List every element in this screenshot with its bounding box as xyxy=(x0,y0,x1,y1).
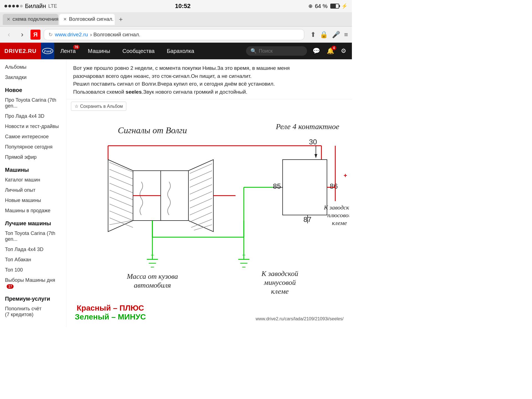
star-icon: ☆ xyxy=(75,104,78,109)
main-nav: DRIVE2.RU Ford Лента 76 Машины Сообществ… xyxy=(0,43,352,59)
label-85: 85 xyxy=(273,182,281,190)
diagram-footer: Красный – ПЛЮС Зеленый – МИНУС www.drive… xyxy=(66,301,352,327)
tab-schema-label: схема подключения в... xyxy=(12,16,58,22)
url-domain: www.drive2.ru xyxy=(55,32,88,38)
settings-icon[interactable]: ⚙ xyxy=(338,45,349,57)
legend-red-text: Красный – ПЛЮС xyxy=(75,304,146,313)
sidebar-item-top100[interactable]: Топ 100 xyxy=(0,265,66,275)
notifications-icon[interactable]: 🔔 4 xyxy=(324,45,337,57)
svg-text:–: – xyxy=(151,252,154,258)
url-bar: ‹ › Я ↻ www.drive2.ru › Волговский сигна… xyxy=(0,27,352,43)
nav-link-soobshchestva[interactable]: Сообщества xyxy=(116,43,161,59)
save-album-area: ☆ Сохранить в Альбом xyxy=(66,99,352,115)
sidebar-item-vybory[interactable]: Выборы Машины дня 17 xyxy=(0,275,66,291)
status-left: Билайн LTE xyxy=(4,2,57,10)
sidebar-section-mashiny: Машины xyxy=(0,162,66,175)
signal-dots xyxy=(4,5,23,7)
sidebar-section-novoe: Новое xyxy=(0,83,66,95)
url-field[interactable]: ↻ www.drive2.ru › Волговский сигнал. xyxy=(44,29,304,40)
sidebar-item-toyota[interactable]: Про Toyota Carina (7th gen... xyxy=(0,95,66,111)
watermark-text: www.drive2.ru/cars/lada/2109/21093i/seel… xyxy=(255,316,344,321)
tab-bar: ✕ схема подключения в... ✕ Волговский си… xyxy=(0,12,352,27)
sidebar-item-lada4x4[interactable]: Про Лада 4x4 3D xyxy=(0,111,66,121)
sidebar-item-samoe[interactable]: Самое интересное xyxy=(0,132,66,142)
nav-link-barakholka[interactable]: Барахолка xyxy=(161,43,200,59)
content: Вот уже прошло ровно 2 недели, с момента… xyxy=(66,59,352,327)
nav-link-mashiny[interactable]: Машины xyxy=(82,43,116,59)
vybory-badge: 17 xyxy=(7,284,14,289)
sidebar-item-top-toyota[interactable]: Топ Toyota Carina (7th gen... xyxy=(0,228,66,244)
share-icon[interactable]: ⬆ xyxy=(310,31,316,39)
messages-icon[interactable]: 💬 xyxy=(310,45,323,57)
tab-volgovsky[interactable]: ✕ Волговский сигнал. xyxy=(59,14,115,25)
nav-search[interactable]: 🔍 xyxy=(246,46,307,56)
tab-schema[interactable]: ✕ схема подключения в... xyxy=(3,14,58,25)
sidebar-section-premium: Премиум-услуги xyxy=(0,291,66,304)
save-album-button[interactable]: ☆ Сохранить в Альбом xyxy=(71,102,126,111)
seeles-bold: seeles xyxy=(126,89,142,95)
url-icons: ⬆ 🔒 🎤 ≡ xyxy=(310,31,348,39)
label-minus-3: клеме xyxy=(271,287,289,295)
sidebar-item-efir[interactable]: Прямой эфир xyxy=(0,152,66,162)
logo[interactable]: DRIVE2.RU xyxy=(0,43,41,59)
sidebar-item-novye[interactable]: Новые машины xyxy=(0,195,66,206)
label-plus-3: клеме xyxy=(332,219,347,226)
article-text: Вот уже прошло ровно 2 недели, с момента… xyxy=(66,59,352,99)
diagram-svg: Сигналы от Волги Реле 4 контактное 30 xyxy=(66,115,349,301)
sidebar-item-zakldki[interactable]: Закладки xyxy=(0,72,66,83)
sidebar-item-katalog[interactable]: Каталог машин xyxy=(0,175,66,185)
sidebar-item-top-lada[interactable]: Топ Лада 4x4 3D xyxy=(0,244,66,255)
label-minus-1: К заводской xyxy=(261,270,298,278)
save-album-label: Сохранить в Альбом xyxy=(80,104,123,109)
sidebar-item-novosti[interactable]: Новости и тест-драйвы xyxy=(0,121,66,132)
label-plus-1: К заводской xyxy=(324,204,349,211)
lenta-badge: 76 xyxy=(73,45,80,49)
nav-links: Лента 76 Машины Сообщества Барахолка xyxy=(54,43,200,59)
legend-green-text: Зеленый – МИНУС xyxy=(75,313,146,321)
nav-icons: 💬 🔔 4 ⚙ xyxy=(307,45,352,57)
battery-icon xyxy=(330,4,339,9)
search-input[interactable] xyxy=(259,48,303,54)
label-86: 86 xyxy=(330,182,338,190)
tab-close-schema[interactable]: ✕ xyxy=(7,17,10,22)
label-plus-2: плюсовой xyxy=(327,212,349,219)
carrier-label: Билайн xyxy=(25,2,46,10)
sidebar-item-populyarnoe[interactable]: Популярное сегодня xyxy=(0,142,66,152)
diagram-title-relay: Реле 4 контактное xyxy=(276,122,339,131)
svg-text:Ford: Ford xyxy=(44,49,51,53)
notifications-badge: 4 xyxy=(331,46,336,50)
search-icon: 🔍 xyxy=(250,48,257,54)
reload-icon[interactable]: ↻ xyxy=(48,32,53,38)
sidebar-item-popolnit[interactable]: Пополнить счёт (7 кредитов) xyxy=(0,304,66,320)
forward-button[interactable]: › xyxy=(17,30,27,39)
svg-text:–: – xyxy=(242,252,245,258)
nav-link-lenta[interactable]: Лента 76 xyxy=(54,43,82,59)
yandex-icon[interactable]: Я xyxy=(30,30,40,40)
label-mass-1: Масса от кузова xyxy=(127,272,178,280)
url-breadcrumb: › Волговский сигнал. xyxy=(90,32,140,38)
lock-icon[interactable]: 🔒 xyxy=(320,31,328,39)
mic-icon[interactable]: 🎤 xyxy=(332,31,340,39)
wiring-diagram: Сигналы от Волги Реле 4 контактное 30 xyxy=(66,115,352,327)
menu-icon[interactable]: ≡ xyxy=(344,31,348,39)
diagram-title-signals: Сигналы от Волги xyxy=(118,125,187,135)
status-right: ⊕ 64 % ⚡ xyxy=(308,3,347,9)
sidebar-item-top-abakan[interactable]: Топ Абакан xyxy=(0,255,66,265)
label-minus-2: минусовой xyxy=(264,278,296,287)
back-button[interactable]: ‹ xyxy=(4,30,14,39)
time-label: 10:52 xyxy=(175,2,191,10)
label-30: 30 xyxy=(309,138,317,146)
network-label: LTE xyxy=(48,3,57,9)
status-bar: Билайн LTE 10:52 ⊕ 64 % ⚡ xyxy=(0,0,352,12)
sidebar-item-albomy[interactable]: Альбомы xyxy=(0,62,66,72)
svg-text:+: + xyxy=(344,172,347,179)
tab-close-volgovsky[interactable]: ✕ xyxy=(63,17,67,22)
sidebar-section-luchshie: Лучшие машины xyxy=(0,216,66,228)
label-mass-2: автомобиля xyxy=(134,281,171,289)
tab-volgovsky-label: Волговский сигнал. xyxy=(69,16,114,22)
sidebar-item-lichnyj[interactable]: Личный опыт xyxy=(0,185,66,195)
battery-label: 64 % xyxy=(315,3,328,9)
layout: Альбомы Закладки Новое Про Toyota Carina… xyxy=(0,59,352,327)
tab-add-button[interactable]: + xyxy=(116,14,126,24)
sidebar-item-vprodazhe[interactable]: Машины в продаже xyxy=(0,206,66,216)
